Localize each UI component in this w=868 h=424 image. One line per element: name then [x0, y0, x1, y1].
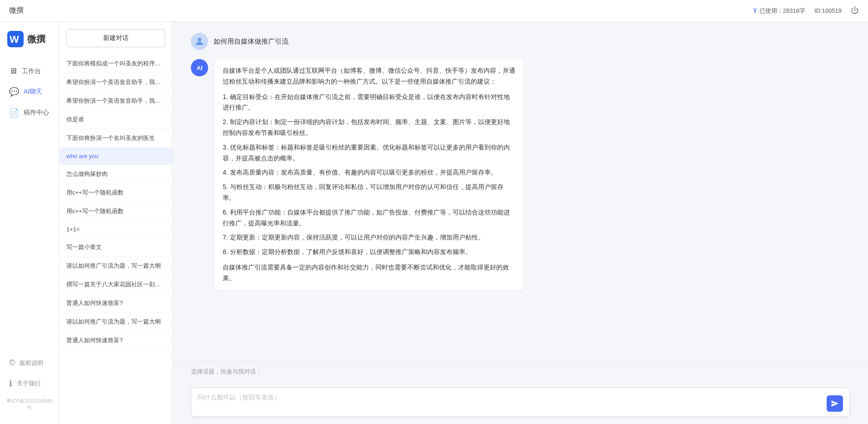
workspace-icon: 🖥 — [9, 66, 17, 76]
ai-para-9: 自媒体推广引流需要具备一定的内容创作和社交能力，同时也需要不断尝试和优化，才能取… — [223, 262, 515, 284]
svg-point-2 — [198, 38, 201, 41]
copyright-icon: © — [9, 358, 15, 368]
list-item[interactable]: 下面你将扮演一个名叫圣友的医生 — [59, 129, 172, 148]
nav-bottom: © 版权说明 ℹ 关于我们 粤ICP备2022016948号 — [0, 353, 59, 415]
user-query-text: 如何用自媒体做推广引流 — [214, 37, 289, 46]
input-box — [191, 388, 850, 417]
ai-para-0: 自媒体平台是个人或团队通过互联网平台（如博客、微博、微信公众号、抖音、快手等）发… — [223, 65, 515, 87]
logo-text: 微撰 — [27, 33, 45, 45]
ai-para-8: 8. 分析数据：定期分析数据，了解用户反馈和喜好，以便调整推广策略和内容发布频率… — [223, 247, 515, 258]
ai-message-row: AI 自媒体平台是个人或团队通过互联网平台（如博客、微博、微信公众号、抖音、快手… — [191, 59, 850, 290]
list-item[interactable]: 普通人如何快速致富? — [59, 331, 172, 350]
list-item[interactable]: 怎么做狗屎炒肉 — [59, 165, 172, 184]
topbar: 微撰 𝐓 已使用：28318字 ID:100519 ⏻ — [0, 0, 868, 22]
list-item[interactable]: 用c++写一个随机函数 — [59, 202, 172, 221]
quick-topics: 选择话题，快速与我对话： — [173, 362, 868, 382]
input-area — [173, 382, 868, 424]
main-layout: W 微撰 🖥 工作台 💬 AI聊天 📄 稿件中心 © 版权说明 ℹ 关于我们 粤 — [0, 22, 868, 424]
ai-para-1: 1. 确定目标受众：在开始自媒体推广引流之前，需要明确目标受众是谁，以便在发布内… — [223, 92, 515, 114]
ai-chat-label: AI聊天 — [24, 88, 42, 96]
list-item[interactable]: 你是谁 — [59, 110, 172, 129]
workspace-label: 工作台 — [22, 67, 41, 75]
list-item[interactable]: 请以如何推广引流为题，写一篇大纲 — [59, 257, 172, 275]
chat-area: 如何用自媒体做推广引流 AI 自媒体平台是个人或团队通过互联网平台（如博客、微博… — [173, 22, 868, 424]
ai-para-3: 3. 优化标题和标签：标题和标签是吸引粉丝的重要因素。优化标题和标签可以让更多的… — [223, 142, 515, 164]
sidebar-item-about[interactable]: ℹ 关于我们 — [0, 373, 59, 394]
conversation-list: 下面你将模拟成一个叫圣友的程序员，我说... 希望你扮演一个英语发音助手，我提供… — [59, 55, 172, 424]
sidebar-item-workspace[interactable]: 🖥 工作台 — [0, 61, 59, 81]
chars-used: 𝐓 已使用：28318字 — [753, 7, 805, 15]
logo-icon: W — [7, 31, 24, 47]
send-icon — [831, 399, 839, 408]
logo: W 微撰 — [0, 31, 59, 61]
icp-label: 粤ICP备2022016948号 — [0, 394, 59, 415]
chars-label: 已使用：28318字 — [759, 7, 805, 15]
sidebar-item-drafts[interactable]: 📄 稿件中心 — [0, 102, 59, 123]
ai-chat-icon: 💬 — [9, 87, 19, 97]
user-avatar — [191, 33, 208, 50]
list-item[interactable]: 请以如何推广引流为题，写一篇大纲 — [59, 313, 172, 331]
topbar-title: 微撰 — [9, 6, 24, 15]
about-icon: ℹ — [9, 379, 12, 389]
list-item[interactable]: who are you — [59, 148, 172, 165]
send-button[interactable] — [827, 395, 843, 412]
ai-avatar: AI — [191, 59, 208, 76]
id-label: ID:100519 — [814, 7, 842, 14]
list-item[interactable]: 撰写一篇关于八大家花园社区一刻钟便民生... — [59, 275, 172, 294]
conversation-panel: 新建对话 下面你将模拟成一个叫圣友的程序员，我说... 希望你扮演一个英语发音助… — [59, 22, 173, 424]
ai-para-6: 6. 利用平台推广功能：自媒体平台都提供了推广功能，如广告投放、付费推广等，可以… — [223, 207, 515, 229]
ai-para-5: 5. 与粉丝互动：积极与粉丝互动，回复评论和私信，可以增加用户对你的认可和信任，… — [223, 182, 515, 204]
list-item[interactable]: 下面你将模拟成一个叫圣友的程序员，我说... — [59, 55, 172, 73]
drafts-label: 稿件中心 — [24, 109, 49, 117]
list-item[interactable]: 希望你扮演一个英语发音助手，我提供给你... — [59, 73, 172, 92]
list-item[interactable]: 1+1= — [59, 221, 172, 238]
new-conversation-button[interactable]: 新建对话 — [66, 29, 165, 47]
left-nav: W 微撰 🖥 工作台 💬 AI聊天 📄 稿件中心 © 版权说明 ℹ 关于我们 粤 — [0, 22, 59, 424]
svg-text:W: W — [10, 34, 19, 45]
ai-message-bubble: 自媒体平台是个人或团队通过互联网平台（如博客、微博、微信公众号、抖音、快手等）发… — [215, 59, 524, 290]
chat-input[interactable] — [198, 393, 822, 412]
quick-topics-label: 选择话题，快速与我对话： — [191, 368, 850, 376]
drafts-icon: 📄 — [9, 108, 19, 118]
list-item[interactable]: 普通人如何快速致富? — [59, 294, 172, 313]
power-button[interactable]: ⏻ — [851, 6, 859, 15]
list-item[interactable]: 写一篇小黄文 — [59, 238, 172, 257]
sidebar-item-copyright[interactable]: © 版权说明 — [0, 353, 59, 373]
about-label: 关于我们 — [17, 379, 40, 388]
list-item[interactable]: 希望你扮演一个英语发音助手，我提供给你... — [59, 92, 172, 110]
ai-para-4: 4. 发布高质量内容：发布高质量、有价值、有趣的内容可以吸引更多的粉丝，并提高用… — [223, 167, 515, 178]
chat-messages: 如何用自媒体做推广引流 AI 自媒体平台是个人或团队通过互联网平台（如博客、微博… — [173, 22, 868, 362]
list-item[interactable]: 用c++写一个随机函数 — [59, 184, 172, 202]
copyright-label: 版权说明 — [20, 359, 43, 367]
user-message-row: 如何用自媒体做推广引流 — [191, 33, 850, 50]
sidebar-item-ai-chat[interactable]: 💬 AI聊天 — [0, 81, 59, 102]
ai-para-2: 2. 制定内容计划：制定一份详细的内容计划，包括发布时间、频率、主题、文案、图片… — [223, 117, 515, 139]
topbar-right: 𝐓 已使用：28318字 ID:100519 ⏻ — [753, 6, 859, 15]
font-icon: 𝐓 — [753, 7, 757, 15]
ai-para-7: 7. 定期更新：定期更新内容，保持活跃度，可以让用户对你的内容产生兴趣，增加用户… — [223, 232, 515, 243]
